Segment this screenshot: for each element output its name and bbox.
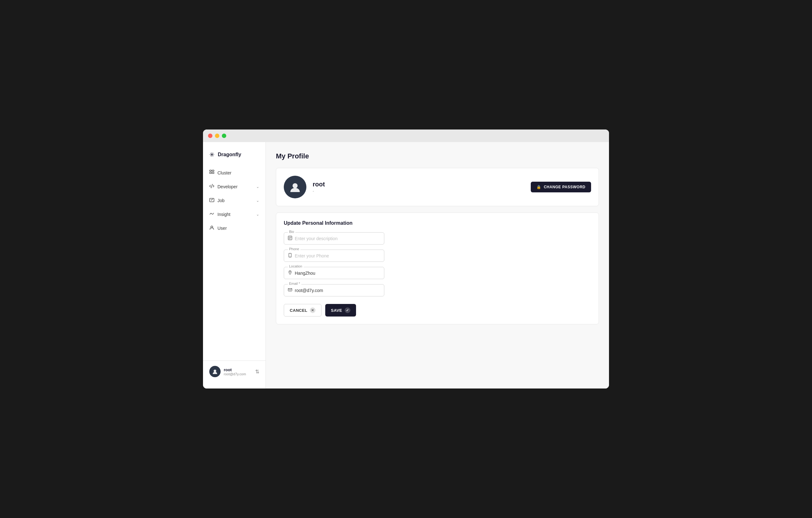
phone-icon bbox=[288, 253, 292, 258]
profile-header: root - 🔒 CHANGE PASSWORD bbox=[284, 176, 591, 198]
insight-chevron-icon: ⌄ bbox=[256, 212, 259, 217]
sidebar-item-user[interactable]: User bbox=[203, 221, 265, 235]
footer-email: root@d7y.com bbox=[224, 372, 246, 376]
sidebar-item-insight-label: Insight bbox=[218, 212, 230, 217]
bio-icon bbox=[288, 236, 292, 241]
email-input[interactable] bbox=[295, 288, 380, 293]
svg-point-7 bbox=[214, 370, 216, 372]
sidebar-item-job-label: Job bbox=[218, 198, 225, 203]
save-icon: ✓ bbox=[345, 308, 350, 313]
sidebar-item-cluster-label: Cluster bbox=[218, 170, 231, 175]
insight-icon bbox=[209, 211, 214, 218]
bio-label: Bio bbox=[288, 230, 295, 234]
email-field-group: Email * bbox=[284, 284, 384, 296]
page-title: My Profile bbox=[276, 152, 599, 160]
svg-line-4 bbox=[211, 184, 212, 188]
app-name: Dragonfly bbox=[218, 152, 241, 157]
cancel-icon: ✕ bbox=[310, 308, 316, 313]
maximize-button[interactable] bbox=[222, 134, 226, 138]
change-password-label: CHANGE PASSWORD bbox=[544, 185, 585, 189]
form-section-title: Update Personal Information bbox=[284, 220, 591, 226]
svg-point-13 bbox=[290, 256, 290, 257]
nav-items: Cluster Developer bbox=[203, 166, 265, 361]
main-content: My Profile root - bbox=[266, 142, 609, 388]
sidebar-footer: root root@d7y.com ⇅ bbox=[203, 361, 265, 382]
minimize-button[interactable] bbox=[215, 134, 219, 138]
sidebar-item-developer[interactable]: Developer ⌄ bbox=[203, 180, 265, 194]
cluster-icon bbox=[209, 170, 214, 176]
email-label: Email * bbox=[288, 282, 301, 285]
email-icon bbox=[288, 288, 292, 293]
titlebar bbox=[203, 130, 609, 142]
footer-expand-icon[interactable]: ⇅ bbox=[255, 369, 259, 375]
cancel-button[interactable]: CANCEL ✕ bbox=[284, 304, 321, 317]
sidebar: ✳ Dragonfly bbox=[203, 142, 266, 388]
location-input[interactable] bbox=[295, 270, 380, 276]
svg-rect-1 bbox=[212, 170, 214, 171]
svg-point-6 bbox=[211, 226, 213, 228]
sidebar-item-developer-label: Developer bbox=[218, 184, 238, 189]
location-label: Location bbox=[288, 264, 303, 268]
profile-username: root bbox=[313, 181, 325, 188]
bio-input[interactable] bbox=[295, 236, 380, 241]
update-profile-card: Update Personal Information Bio bbox=[276, 212, 599, 324]
lock-icon: 🔒 bbox=[536, 185, 542, 189]
user-icon bbox=[209, 225, 214, 231]
window-content: ✳ Dragonfly bbox=[203, 142, 609, 388]
location-input-wrapper: Location bbox=[284, 267, 384, 279]
developer-icon bbox=[209, 183, 214, 190]
close-button[interactable] bbox=[208, 134, 212, 138]
footer-avatar bbox=[209, 366, 221, 377]
svg-rect-3 bbox=[212, 172, 214, 173]
sidebar-item-user-label: User bbox=[218, 226, 227, 231]
developer-chevron-icon: ⌄ bbox=[256, 184, 259, 189]
sidebar-item-insight[interactable]: Insight ⌄ bbox=[203, 207, 265, 221]
save-button[interactable]: SAVE ✓ bbox=[325, 304, 356, 317]
phone-label: Phone bbox=[288, 247, 300, 251]
profile-subtitle: - bbox=[313, 189, 325, 193]
footer-user-area: root root@d7y.com bbox=[209, 366, 246, 377]
email-input-wrapper: Email * bbox=[284, 284, 384, 296]
location-icon bbox=[288, 270, 292, 276]
profile-info: root - bbox=[313, 181, 325, 193]
sidebar-item-cluster[interactable]: Cluster bbox=[203, 166, 265, 180]
app-window: ✳ Dragonfly bbox=[203, 130, 609, 388]
save-label: SAVE bbox=[331, 308, 342, 313]
change-password-button[interactable]: 🔒 CHANGE PASSWORD bbox=[531, 182, 591, 192]
location-field-group: Location bbox=[284, 267, 384, 279]
job-chevron-icon: ⌄ bbox=[256, 198, 259, 203]
phone-input-wrapper: Phone bbox=[284, 250, 384, 262]
cancel-label: CANCEL bbox=[290, 308, 307, 313]
bio-field-group: Bio bbox=[284, 232, 384, 244]
dragonfly-logo-icon: ✳ bbox=[209, 151, 214, 159]
job-icon bbox=[209, 197, 214, 204]
footer-username: root bbox=[224, 368, 246, 372]
phone-field-group: Phone bbox=[284, 250, 384, 262]
svg-point-8 bbox=[293, 183, 297, 188]
svg-point-14 bbox=[290, 271, 291, 272]
action-buttons: CANCEL ✕ SAVE ✓ bbox=[284, 304, 591, 317]
profile-card: root - 🔒 CHANGE PASSWORD bbox=[276, 168, 599, 206]
svg-rect-2 bbox=[210, 172, 211, 173]
svg-rect-0 bbox=[210, 170, 211, 171]
logo-area: ✳ Dragonfly bbox=[203, 148, 265, 166]
footer-user-info: root root@d7y.com bbox=[224, 368, 246, 376]
profile-avatar bbox=[284, 176, 307, 198]
bio-input-wrapper: Bio bbox=[284, 232, 384, 244]
sidebar-item-job[interactable]: Job ⌄ bbox=[203, 194, 265, 207]
phone-input[interactable] bbox=[295, 253, 380, 258]
